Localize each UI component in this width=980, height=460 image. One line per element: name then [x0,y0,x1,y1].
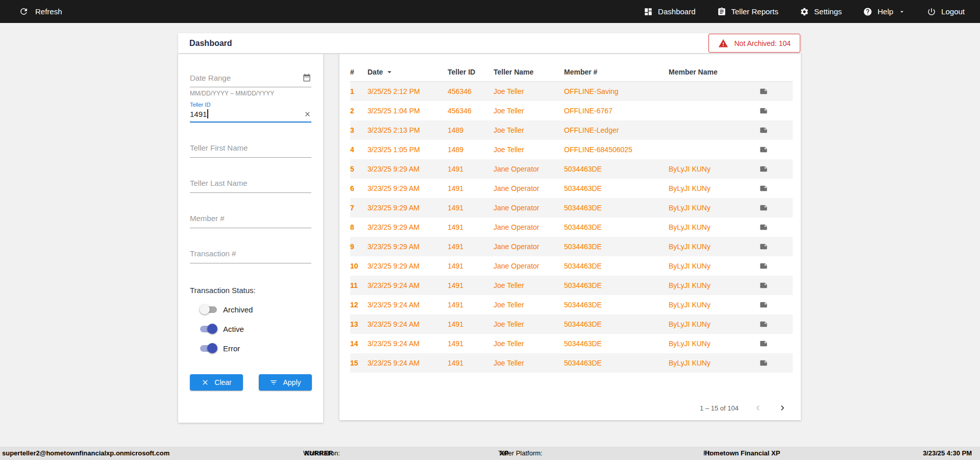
nav-dashboard[interactable]: Dashboard [644,7,695,16]
refresh-button[interactable]: Refresh [19,7,62,16]
table-row[interactable]: 12 3/23/25 9:24 AM 1491 Joe Teller 50344… [350,295,793,314]
toggle-thumb [207,343,217,353]
clear-button[interactable]: Clear [190,374,243,391]
note-icon[interactable] [760,359,768,367]
teller-id-value[interactable]: 1491 [190,110,207,118]
col-header-teller-name[interactable]: Teller Name [494,68,564,76]
footer-teller-platform: Teller Platform:XP [498,447,508,460]
nav-label: Logout [941,7,965,16]
cell-date: 3/23/25 9:29 AM [368,223,448,231]
topbar-nav: Dashboard Teller Reports Settings Help L… [644,7,965,16]
next-page-icon[interactable] [777,403,788,413]
cell-member-number: OFFLINE-684506025 [564,146,669,154]
nav-help[interactable]: Help [863,7,905,16]
sort-desc-icon[interactable] [385,67,394,77]
cell-teller-id: 1491 [448,301,494,309]
date-range-hint: MM/DD/YYYY – MM/DD/YYYY [190,90,311,97]
note-icon[interactable] [760,243,768,251]
note-icon[interactable] [760,184,768,192]
table-row[interactable]: 13 3/23/25 9:24 AM 1491 Joe Teller 50344… [350,314,793,334]
col-header-teller-id[interactable]: Teller ID [448,68,494,76]
cell-teller-id: 456346 [448,107,494,115]
active-toggle-switch[interactable] [200,326,217,332]
cell-teller-name: Jane Operator [494,262,564,270]
col-header-date[interactable]: Date [368,67,448,77]
settings-icon [800,7,809,16]
clear-field-icon[interactable] [304,110,311,118]
cell-row-number: 15 [350,359,368,367]
note-icon[interactable] [760,262,768,270]
table-row[interactable]: 1 3/25/25 2:12 PM 456346 Joe Teller OFFL… [350,82,793,101]
table-row[interactable]: 6 3/23/25 9:29 AM 1491 Jane Operator 503… [350,179,793,198]
teller-id-field[interactable]: Teller ID 1491 [190,102,311,123]
cell-teller-name: Joe Teller [494,87,564,95]
archived-toggle-switch[interactable] [200,306,217,313]
filter-panel: Date Range MM/DD/YYYY – MM/DD/YYYY Telle… [178,54,323,423]
note-icon[interactable] [760,165,768,173]
teller-last-name-field[interactable]: Teller Last Name [190,179,311,193]
member-number-field[interactable]: Member # [190,214,311,228]
cell-member-name: ByLyJI KUNy [669,184,760,192]
cell-member-number: 5034463DE [564,281,669,289]
cell-member-number: 5034463DE [564,165,669,173]
cell-notes [760,165,793,173]
toggle-archived[interactable]: Archived [200,305,311,314]
cell-member-name: ByLyJI KUNy [669,243,760,251]
note-icon[interactable] [760,223,768,231]
table-row[interactable]: 15 3/23/25 9:24 AM 1491 Joe Teller 50344… [350,353,793,373]
table-row[interactable]: 9 3/23/25 9:29 AM 1491 Jane Operator 503… [350,237,793,256]
cell-row-number: 1 [350,87,368,95]
cell-teller-id: 1491 [448,359,494,367]
table-row[interactable]: 5 3/23/25 9:29 AM 1491 Jane Operator 503… [350,159,793,179]
cell-notes [760,320,793,328]
calendar-icon[interactable] [302,73,311,82]
not-archived-badge[interactable]: Not Archived: 104 [708,34,800,53]
note-icon[interactable] [760,87,768,95]
cell-notes [760,87,793,95]
cell-teller-name: Jane Operator [494,184,564,192]
cell-teller-name: Joe Teller [494,359,564,367]
note-icon[interactable] [760,146,768,154]
table-row[interactable]: 11 3/23/25 9:24 AM 1491 Joe Teller 50344… [350,276,793,295]
table-row[interactable]: 2 3/25/25 1:04 PM 456346 Joe Teller OFFL… [350,101,793,120]
cell-row-number: 9 [350,243,368,251]
cell-notes [760,223,793,231]
cell-member-number: OFFLINE-Saving [564,87,669,95]
nav-settings[interactable]: Settings [800,7,842,16]
nav-teller-reports[interactable]: Teller Reports [717,7,779,16]
footer-datetime: 3/23/25 4:30 PM [923,447,972,460]
cell-teller-id: 456346 [448,87,494,95]
cell-notes [760,301,793,309]
prev-page-icon[interactable] [753,403,763,413]
transaction-number-field[interactable]: Transaction # [190,249,311,263]
toggle-error[interactable]: Error [200,344,311,353]
col-header-member-name[interactable]: Member Name [669,68,760,76]
note-icon[interactable] [760,320,768,328]
cell-notes [760,243,793,251]
table-row[interactable]: 14 3/23/25 9:24 AM 1491 Joe Teller 50344… [350,334,793,353]
note-icon[interactable] [760,204,768,212]
cell-date: 3/25/25 2:12 PM [368,87,448,95]
table-row[interactable]: 7 3/23/25 9:29 AM 1491 Jane Operator 503… [350,198,793,217]
note-icon[interactable] [760,340,768,348]
note-icon[interactable] [760,107,768,115]
error-toggle-switch[interactable] [200,345,217,352]
table-row[interactable]: 8 3/23/25 9:29 AM 1491 Jane Operator 503… [350,217,793,237]
col-header-num[interactable]: # [350,68,368,76]
cell-teller-id: 1491 [448,204,494,212]
col-header-member-num[interactable]: Member # [564,68,669,76]
toggle-active[interactable]: Active [200,325,311,333]
apply-button[interactable]: Apply [259,374,312,391]
date-range-field[interactable]: Date Range [190,73,311,87]
note-icon[interactable] [760,281,768,289]
footer-fi-label: FI: [703,447,711,460]
table-row[interactable]: 4 3/23/25 1:05 PM 1489 Joe Teller OFFLIN… [350,140,793,159]
table-row[interactable]: 10 3/23/25 9:29 AM 1491 Jane Operator 50… [350,256,793,276]
note-icon[interactable] [760,126,768,134]
cell-notes [760,107,793,115]
teller-first-name-field[interactable]: Teller First Name [190,143,311,158]
note-icon[interactable] [760,301,768,309]
nav-logout[interactable]: Logout [927,7,965,16]
cell-row-number: 12 [350,301,368,309]
table-row[interactable]: 3 3/23/25 2:13 PM 1489 Joe Teller OFFLIN… [350,120,793,140]
